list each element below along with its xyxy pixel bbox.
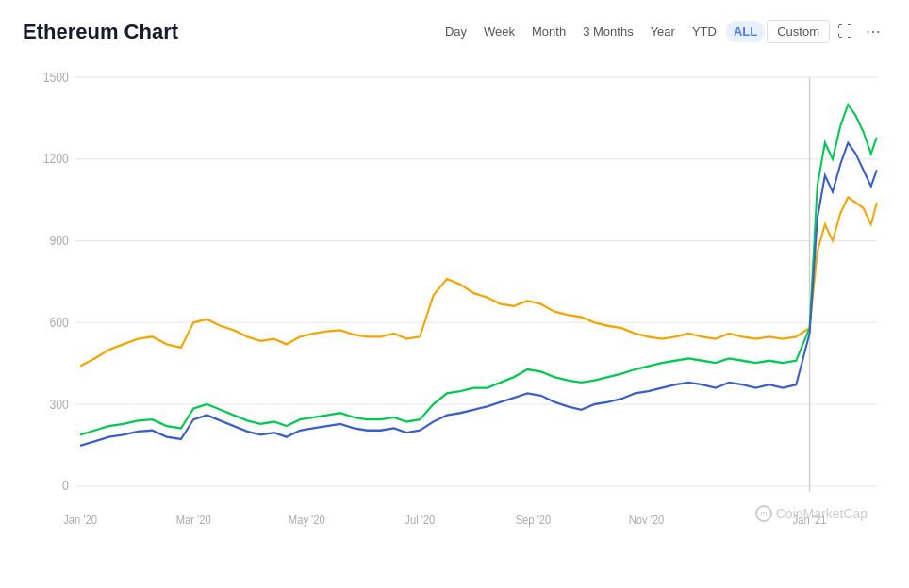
time-btn-year[interactable]: Year — [643, 21, 683, 42]
time-btn-day[interactable]: Day — [438, 21, 474, 42]
more-options-icon[interactable]: ⋯ — [860, 19, 886, 44]
page-title: Ethereum Chart — [23, 20, 178, 44]
page-header: Ethereum Chart Day Week Month 3 Months Y… — [23, 19, 886, 44]
svg-text:Jan '20: Jan '20 — [63, 514, 97, 528]
svg-text:Nov '20: Nov '20 — [629, 514, 665, 528]
time-btn-ytd[interactable]: YTD — [685, 21, 724, 42]
svg-text:Jul '20: Jul '20 — [405, 514, 435, 528]
svg-text:900: 900 — [49, 233, 68, 248]
watermark-text: CoinMarketCap — [776, 506, 868, 521]
svg-text:1200: 1200 — [43, 152, 69, 167]
price-chart: 1500 1200 900 600 300 0 Jan '20 Mar '20 … — [23, 56, 886, 579]
watermark: m CoinMarketCap — [755, 505, 868, 522]
coinmarketcap-logo: m — [755, 505, 772, 522]
time-btn-custom[interactable]: Custom — [767, 20, 830, 43]
chart-area: 1500 1200 900 600 300 0 Jan '20 Mar '20 … — [23, 56, 886, 579]
svg-text:600: 600 — [49, 315, 68, 330]
time-btn-month[interactable]: Month — [524, 21, 573, 42]
svg-text:1500: 1500 — [43, 70, 69, 85]
svg-text:0: 0 — [62, 479, 69, 494]
time-btn-all[interactable]: ALL — [726, 21, 765, 42]
svg-text:Sep '20: Sep '20 — [516, 514, 552, 528]
time-btn-3months[interactable]: 3 Months — [575, 21, 640, 42]
time-btn-week[interactable]: Week — [476, 21, 522, 42]
svg-text:Mar '20: Mar '20 — [176, 514, 211, 528]
expand-icon[interactable]: ⛶ — [832, 20, 858, 44]
page-container: Ethereum Chart Day Week Month 3 Months Y… — [0, 0, 909, 588]
svg-text:300: 300 — [49, 397, 68, 412]
time-controls: Day Week Month 3 Months Year YTD ALL Cus… — [438, 19, 886, 44]
svg-text:May '20: May '20 — [289, 514, 325, 528]
